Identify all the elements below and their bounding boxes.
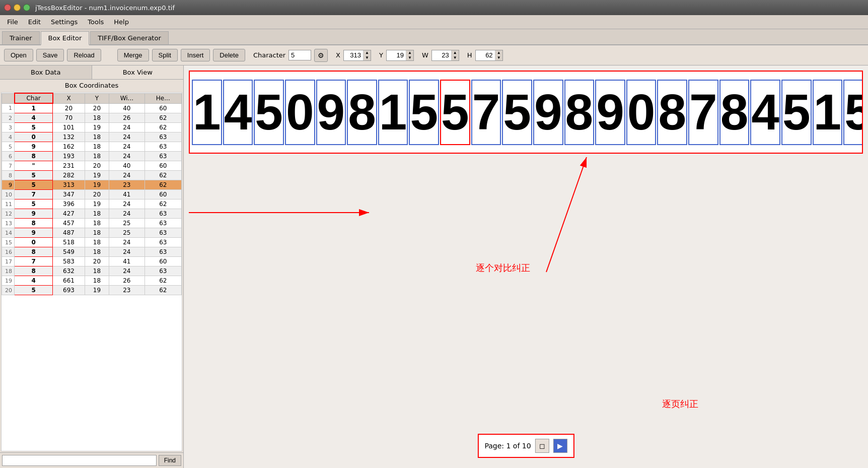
- delete-button[interactable]: Delete: [213, 49, 245, 61]
- digit-box[interactable]: 8: [657, 80, 687, 145]
- row-w: 24: [109, 266, 144, 276]
- menu-help[interactable]: Help: [109, 17, 134, 27]
- digit-box[interactable]: 1: [813, 80, 843, 145]
- menu-file[interactable]: File: [2, 17, 23, 27]
- left-panel: Box Data Box View Box Coordinates Char X…: [0, 65, 184, 468]
- w-up[interactable]: ▲: [452, 50, 459, 55]
- row-char: 7: [15, 190, 53, 199]
- w-down[interactable]: ▼: [452, 55, 459, 60]
- digit-box[interactable]: 9: [533, 80, 563, 145]
- table-row[interactable]: 5 9 162 18 24 63: [2, 142, 182, 152]
- table-row[interactable]: 19 4 661 18 26 62: [2, 276, 182, 286]
- tab-trainer[interactable]: Trainer: [2, 31, 40, 44]
- digit-box[interactable]: 1: [192, 80, 222, 145]
- digit-box[interactable]: 5: [440, 80, 470, 145]
- digit-box[interactable]: 5: [781, 80, 812, 145]
- table-row[interactable]: 12 9 427 18 24 63: [2, 209, 182, 219]
- minimize-button[interactable]: [14, 4, 21, 11]
- digit-box[interactable]: 8: [347, 80, 377, 145]
- table-row[interactable]: 1 1 20 20 40 60: [2, 103, 182, 113]
- table-row[interactable]: 15 0 518 18 24 63: [2, 238, 182, 247]
- table-row[interactable]: 13 8 457 18 25 63: [2, 219, 182, 228]
- table-row[interactable]: 9 5 313 19 23 62: [2, 180, 182, 190]
- digit-box[interactable]: 9: [316, 80, 346, 145]
- menu-settings[interactable]: Settings: [46, 17, 83, 27]
- insert-button[interactable]: Insert: [181, 49, 210, 61]
- digit-box[interactable]: 9: [595, 80, 625, 145]
- digit-box[interactable]: 7: [688, 80, 718, 145]
- digit-box[interactable]: 7: [471, 80, 501, 145]
- open-button[interactable]: Open: [4, 49, 33, 61]
- x-input[interactable]: [344, 50, 363, 60]
- table-row[interactable]: 10 7 347 20 41 60: [2, 190, 182, 199]
- row-x: 313: [53, 180, 85, 190]
- table-row[interactable]: 17 7 583 20 41 60: [2, 257, 182, 266]
- row-num: 4: [2, 132, 15, 142]
- menu-tools[interactable]: Tools: [83, 17, 109, 27]
- h-down[interactable]: ▼: [495, 55, 502, 60]
- panel-tab-box-view[interactable]: Box View: [92, 65, 184, 79]
- find-button[interactable]: Find: [159, 455, 181, 466]
- y-input[interactable]: [387, 50, 406, 60]
- annotation-page: 逐页纠正: [662, 398, 698, 410]
- digit-box[interactable]: 8: [564, 80, 595, 145]
- digit-box[interactable]: 0: [285, 80, 315, 145]
- next-page-button[interactable]: ▶: [553, 439, 567, 453]
- table-row[interactable]: 2 4 70 18 26 62: [2, 113, 182, 123]
- table-row[interactable]: 8 5 282 19 24 62: [2, 171, 182, 180]
- reload-button[interactable]: Reload: [67, 49, 101, 61]
- digit-box[interactable]: 4: [750, 80, 780, 145]
- split-button[interactable]: Split: [152, 49, 178, 61]
- maximize-button[interactable]: [23, 4, 30, 11]
- gear-button[interactable]: ⚙: [314, 49, 328, 62]
- row-h: 62: [144, 123, 181, 132]
- row-h: 60: [144, 161, 181, 171]
- digit-box[interactable]: 5: [254, 80, 284, 145]
- find-input[interactable]: [2, 455, 157, 466]
- tab-tiff-generator[interactable]: TIFF/Box Generator: [90, 31, 168, 44]
- character-input[interactable]: [288, 50, 311, 60]
- table-row[interactable]: 6 8 193 18 24 63: [2, 152, 182, 161]
- prev-page-icon: ◻: [539, 442, 545, 450]
- y-up[interactable]: ▲: [406, 50, 413, 55]
- merge-button[interactable]: Merge: [117, 49, 149, 61]
- h-up[interactable]: ▲: [495, 50, 502, 55]
- x-down[interactable]: ▼: [364, 55, 371, 60]
- tab-box-editor[interactable]: Box Editor: [41, 31, 90, 45]
- row-char: 5: [15, 171, 53, 180]
- h-label: H: [467, 51, 472, 59]
- digit-box[interactable]: 8: [719, 80, 750, 145]
- panel-tab-box-data[interactable]: Box Data: [0, 65, 92, 79]
- h-input[interactable]: [476, 50, 495, 60]
- table-row[interactable]: 3 5 101 19 24 62: [2, 123, 182, 132]
- digit-box[interactable]: 1: [378, 80, 408, 145]
- table-row[interactable]: 18 8 632 18 24 63: [2, 266, 182, 276]
- y-down[interactable]: ▼: [406, 55, 413, 60]
- w-input[interactable]: [432, 50, 451, 60]
- close-button[interactable]: [4, 4, 11, 11]
- row-char: 8: [15, 219, 53, 228]
- table-row[interactable]: 16 8 549 18 24 63: [2, 247, 182, 257]
- digit-box[interactable]: 0: [626, 80, 657, 145]
- digit-box[interactable]: 5: [409, 80, 439, 145]
- digit-box[interactable]: 5: [843, 80, 863, 145]
- x-up[interactable]: ▲: [364, 50, 371, 55]
- prev-page-button[interactable]: ◻: [535, 439, 549, 453]
- row-w: 24: [109, 123, 144, 132]
- row-num: 18: [2, 266, 15, 276]
- row-x: 661: [53, 276, 85, 286]
- row-w: 41: [109, 257, 144, 266]
- menu-edit[interactable]: Edit: [23, 17, 46, 27]
- svg-line-2: [546, 157, 587, 272]
- row-char: 0: [15, 238, 53, 247]
- table-row[interactable]: 20 5 693 19 23 62: [2, 286, 182, 295]
- digit-box[interactable]: 5: [502, 80, 532, 145]
- table-row[interactable]: 4 0 132 18 24 63: [2, 132, 182, 142]
- table-row[interactable]: 7 " 231 20 40 60: [2, 161, 182, 171]
- row-h: 62: [144, 171, 181, 180]
- row-w: 24: [109, 209, 144, 219]
- table-row[interactable]: 14 9 487 18 25 63: [2, 228, 182, 238]
- table-row[interactable]: 11 5 396 19 24 62: [2, 199, 182, 209]
- digit-box[interactable]: 4: [223, 80, 253, 145]
- save-button[interactable]: Save: [36, 49, 64, 61]
